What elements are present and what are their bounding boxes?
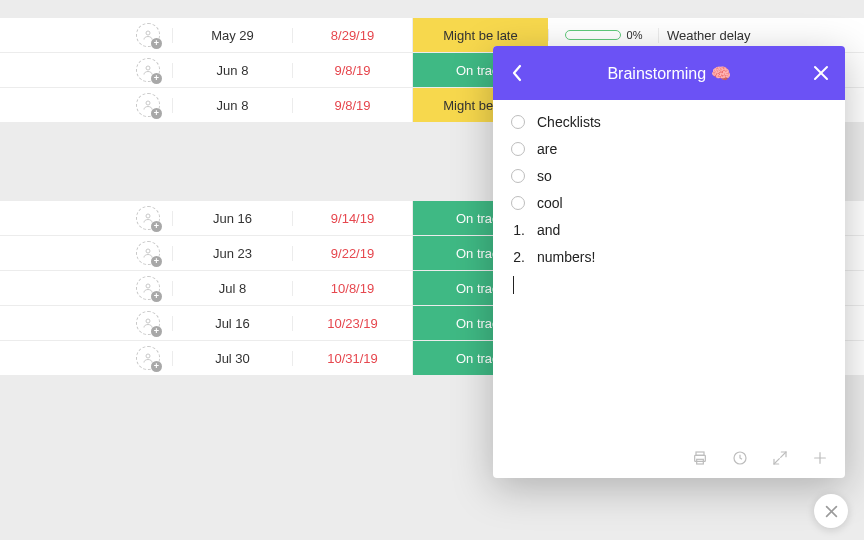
- svg-point-0: [146, 31, 150, 35]
- svg-point-7: [146, 354, 150, 358]
- svg-point-2: [146, 101, 150, 105]
- start-date[interactable]: May 29: [172, 28, 292, 43]
- progress-value: 0%: [627, 29, 643, 41]
- add-assignee-icon[interactable]: +: [136, 93, 160, 117]
- plus-icon: +: [151, 361, 162, 372]
- start-date[interactable]: Jul 30: [172, 351, 292, 366]
- start-date[interactable]: Jul 8: [172, 281, 292, 296]
- checkbox-icon[interactable]: [511, 115, 525, 129]
- panel-title: Brainstorming 🧠: [607, 64, 730, 83]
- numbered-label: numbers!: [537, 249, 595, 265]
- due-date[interactable]: 9/14/19: [292, 211, 412, 226]
- numbered-label: and: [537, 222, 560, 238]
- plus-icon: +: [151, 256, 162, 267]
- svg-point-1: [146, 66, 150, 70]
- panel-footer: [493, 438, 845, 478]
- plus-icon: +: [151, 291, 162, 302]
- checklist-label: cool: [537, 195, 563, 211]
- add-assignee-icon[interactable]: +: [136, 311, 160, 335]
- assignee-cell[interactable]: +: [0, 311, 172, 335]
- start-date[interactable]: Jun 8: [172, 98, 292, 113]
- assignee-cell[interactable]: +: [0, 93, 172, 117]
- note-cell[interactable]: Weather delay: [658, 28, 864, 43]
- start-date[interactable]: Jul 16: [172, 316, 292, 331]
- panel-body[interactable]: Checklists are so cool 1. and 2. numbers…: [493, 100, 845, 438]
- svg-point-4: [146, 249, 150, 253]
- checkbox-icon[interactable]: [511, 142, 525, 156]
- checklist-label: Checklists: [537, 114, 601, 130]
- add-assignee-icon[interactable]: +: [136, 276, 160, 300]
- due-date[interactable]: 9/22/19: [292, 246, 412, 261]
- number-marker: 1.: [511, 222, 525, 238]
- plus-icon: +: [151, 38, 162, 49]
- plus-icon: +: [151, 73, 162, 84]
- checklist-item[interactable]: Checklists: [511, 108, 827, 135]
- back-button[interactable]: [493, 46, 541, 100]
- due-date[interactable]: 10/31/19: [292, 351, 412, 366]
- plus-icon: +: [151, 326, 162, 337]
- add-assignee-icon[interactable]: +: [136, 58, 160, 82]
- due-date[interactable]: 10/23/19: [292, 316, 412, 331]
- add-assignee-icon[interactable]: +: [136, 241, 160, 265]
- assignee-cell[interactable]: +: [0, 206, 172, 230]
- detail-panel: Brainstorming 🧠 Checklists are so cool 1…: [493, 46, 845, 478]
- plus-icon: +: [151, 221, 162, 232]
- assignee-cell[interactable]: +: [0, 346, 172, 370]
- add-assignee-icon[interactable]: +: [136, 346, 160, 370]
- add-assignee-icon[interactable]: +: [136, 23, 160, 47]
- start-date[interactable]: Jun 16: [172, 211, 292, 226]
- floating-close-button[interactable]: [814, 494, 848, 528]
- due-date[interactable]: 8/29/19: [292, 28, 412, 43]
- print-icon[interactable]: [691, 449, 709, 467]
- svg-line-15: [774, 459, 779, 464]
- close-button[interactable]: [797, 46, 845, 100]
- start-date[interactable]: Jun 23: [172, 246, 292, 261]
- checklist-label: so: [537, 168, 552, 184]
- checklist-item[interactable]: are: [511, 135, 827, 162]
- progress-cell[interactable]: 0%: [548, 29, 658, 41]
- plus-icon: +: [151, 108, 162, 119]
- start-date[interactable]: Jun 8: [172, 63, 292, 78]
- assignee-cell[interactable]: +: [0, 58, 172, 82]
- number-marker: 2.: [511, 249, 525, 265]
- checkbox-icon[interactable]: [511, 196, 525, 210]
- svg-point-3: [146, 214, 150, 218]
- expand-icon[interactable]: [771, 449, 789, 467]
- numbered-item[interactable]: 2. numbers!: [511, 243, 827, 270]
- due-date[interactable]: 9/8/19: [292, 98, 412, 113]
- checklist-item[interactable]: cool: [511, 189, 827, 216]
- svg-point-5: [146, 284, 150, 288]
- numbered-item[interactable]: 1. and: [511, 216, 827, 243]
- checklist-item[interactable]: so: [511, 162, 827, 189]
- text-cursor: [513, 276, 514, 294]
- due-date[interactable]: 10/8/19: [292, 281, 412, 296]
- assignee-cell[interactable]: +: [0, 241, 172, 265]
- svg-point-6: [146, 319, 150, 323]
- due-date[interactable]: 9/8/19: [292, 63, 412, 78]
- assignee-cell[interactable]: +: [0, 23, 172, 47]
- add-icon[interactable]: [811, 449, 829, 467]
- assignee-cell[interactable]: +: [0, 276, 172, 300]
- checkbox-icon[interactable]: [511, 169, 525, 183]
- progress-bar: [565, 30, 621, 40]
- add-assignee-icon[interactable]: +: [136, 206, 160, 230]
- svg-line-14: [781, 452, 786, 457]
- history-icon[interactable]: [731, 449, 749, 467]
- checklist-label: are: [537, 141, 557, 157]
- panel-header: Brainstorming 🧠: [493, 46, 845, 100]
